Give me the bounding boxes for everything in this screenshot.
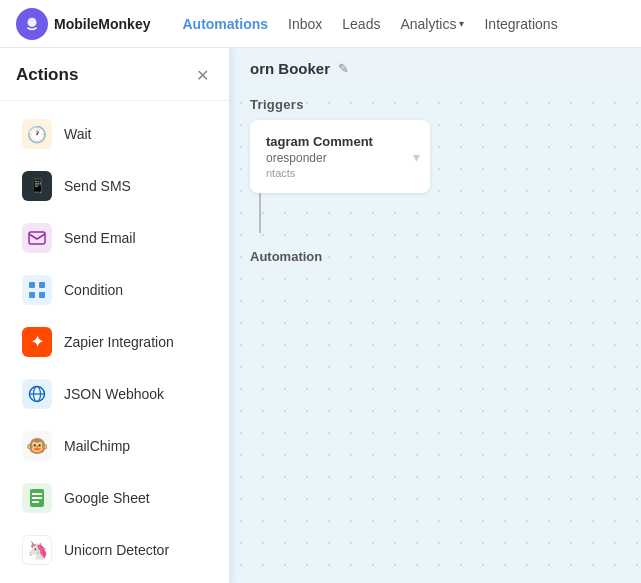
actions-list: 🕐 Wait 📱 Send SMS Send Email — [0, 101, 229, 583]
svg-rect-12 — [32, 501, 39, 503]
svg-rect-11 — [32, 497, 42, 499]
action-label-gsheet: Google Sheet — [64, 490, 150, 506]
webhook-icon — [22, 379, 52, 409]
action-item-webhook[interactable]: JSON Webhook — [10, 369, 219, 419]
trigger-card-subtitle: oresponder — [266, 151, 414, 165]
action-label-send-email: Send Email — [64, 230, 136, 246]
action-label-wait: Wait — [64, 126, 91, 142]
main-area: Actions ✕ 🕐 Wait 📱 Send SMS Send Emai — [0, 48, 641, 583]
svg-rect-1 — [29, 232, 45, 244]
trigger-card-chevron: ▾ — [413, 149, 420, 165]
connector-line — [259, 193, 261, 233]
svg-rect-10 — [32, 493, 42, 495]
nav-inbox[interactable]: Inbox — [288, 16, 322, 32]
send-email-icon — [22, 223, 52, 253]
wait-icon: 🕐 — [22, 119, 52, 149]
condition-icon — [22, 275, 52, 305]
action-item-unicorn[interactable]: 🦄 Unicorn Detector — [10, 525, 219, 575]
send-sms-icon: 📱 — [22, 171, 52, 201]
action-item-mailchimp[interactable]: 🐵 MailChimp — [10, 421, 219, 471]
trigger-card-sub2: ntacts — [266, 167, 414, 179]
action-item-send-sms[interactable]: 📱 Send SMS — [10, 161, 219, 211]
navbar: MobileMonkey Automations Inbox Leads Ana… — [0, 0, 641, 48]
close-button[interactable]: ✕ — [191, 64, 213, 86]
svg-rect-3 — [39, 282, 45, 288]
action-item-send-email[interactable]: Send Email — [10, 213, 219, 263]
action-item-gsheet[interactable]: Google Sheet — [10, 473, 219, 523]
trigger-card-title: tagram Comment — [266, 134, 414, 149]
logo-text: MobileMonkey — [54, 16, 150, 32]
chevron-down-icon: ▾ — [459, 18, 464, 29]
logo[interactable]: MobileMonkey — [16, 8, 150, 40]
nav-automations[interactable]: Automations — [182, 16, 268, 32]
action-label-webhook: JSON Webhook — [64, 386, 164, 402]
mailchimp-icon: 🐵 — [22, 431, 52, 461]
svg-rect-2 — [29, 282, 35, 288]
action-label-unicorn: Unicorn Detector — [64, 542, 169, 558]
unicorn-icon: 🦄 — [22, 535, 52, 565]
page-title: orn Booker — [250, 60, 330, 77]
action-label-send-sms: Send SMS — [64, 178, 131, 194]
action-item-wait[interactable]: 🕐 Wait — [10, 109, 219, 159]
triggers-label: Triggers — [250, 97, 621, 112]
nav-leads[interactable]: Leads — [342, 16, 380, 32]
content-area: orn Booker ✎ Triggers tagram Comment ore… — [230, 48, 641, 583]
action-item-condition[interactable]: Condition — [10, 265, 219, 315]
gsheet-icon — [22, 483, 52, 513]
edit-icon[interactable]: ✎ — [338, 61, 349, 76]
action-item-zapier[interactable]: ✦ Zapier Integration — [10, 317, 219, 367]
nav-analytics[interactable]: Analytics ▾ — [400, 16, 464, 32]
action-label-mailchimp: MailChimp — [64, 438, 130, 454]
trigger-card[interactable]: tagram Comment oresponder ntacts ▾ — [250, 120, 430, 193]
logo-icon — [16, 8, 48, 40]
action-label-condition: Condition — [64, 282, 123, 298]
nav-integrations[interactable]: Integrations — [484, 16, 557, 32]
svg-rect-5 — [39, 292, 45, 298]
page-header: orn Booker ✎ — [230, 48, 641, 89]
svg-rect-4 — [29, 292, 35, 298]
nav-links: Automations Inbox Leads Analytics ▾ Inte… — [182, 16, 557, 32]
automation-label: Automation — [250, 249, 621, 264]
actions-header: Actions ✕ — [0, 48, 229, 101]
zapier-icon: ✦ — [22, 327, 52, 357]
action-label-zapier: Zapier Integration — [64, 334, 174, 350]
svg-point-0 — [28, 17, 37, 26]
actions-title: Actions — [16, 65, 78, 85]
actions-panel: Actions ✕ 🕐 Wait 📱 Send SMS Send Emai — [0, 48, 230, 583]
